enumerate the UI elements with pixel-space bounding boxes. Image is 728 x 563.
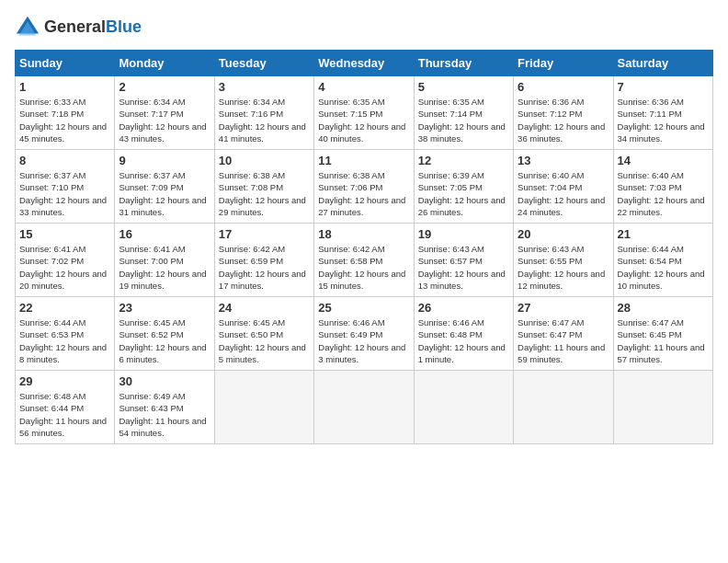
calendar-cell: 8Sunrise: 6:37 AM Sunset: 7:10 PM Daylig… [16, 150, 115, 224]
cell-content: Sunrise: 6:33 AM Sunset: 7:18 PM Dayligh… [19, 96, 110, 144]
calendar-cell: 3Sunrise: 6:34 AM Sunset: 7:16 PM Daylig… [214, 76, 313, 150]
logo: GeneralBlue [15, 15, 142, 40]
calendar-cell: 29Sunrise: 6:48 AM Sunset: 6:44 PM Dayli… [16, 371, 115, 444]
calendar-cell: 23Sunrise: 6:45 AM Sunset: 6:52 PM Dayli… [115, 297, 214, 371]
calendar-cell: 21Sunrise: 6:44 AM Sunset: 6:54 PM Dayli… [613, 224, 712, 297]
calendar-week-row: 15Sunrise: 6:41 AM Sunset: 7:02 PM Dayli… [16, 224, 713, 297]
cell-content: Sunrise: 6:43 AM Sunset: 6:57 PM Dayligh… [418, 243, 509, 292]
day-number: 23 [119, 301, 210, 315]
cell-content: Sunrise: 6:40 AM Sunset: 7:04 PM Dayligh… [518, 169, 609, 218]
day-number: 29 [19, 374, 110, 388]
day-number: 7 [618, 80, 709, 94]
calendar-cell: 17Sunrise: 6:42 AM Sunset: 6:59 PM Dayli… [214, 224, 313, 297]
day-number: 15 [19, 227, 110, 241]
day-number: 24 [219, 301, 310, 315]
page-header: GeneralBlue [15, 15, 713, 40]
day-number: 18 [318, 227, 409, 241]
day-number: 25 [318, 301, 409, 315]
calendar-week-row: 22Sunrise: 6:44 AM Sunset: 6:53 PM Dayli… [16, 297, 713, 371]
day-number: 11 [318, 154, 409, 167]
logo-text: GeneralBlue [44, 18, 142, 37]
cell-content: Sunrise: 6:36 AM Sunset: 7:11 PM Dayligh… [618, 96, 709, 144]
weekday-header-row: SundayMondayTuesdayWednesdayThursdayFrid… [16, 51, 713, 76]
day-number: 28 [618, 301, 709, 315]
cell-content: Sunrise: 6:37 AM Sunset: 7:10 PM Dayligh… [19, 169, 110, 218]
calendar-cell: 28Sunrise: 6:47 AM Sunset: 6:45 PM Dayli… [613, 297, 712, 371]
day-number: 10 [219, 154, 310, 167]
day-number: 8 [19, 154, 110, 167]
calendar-cell: 18Sunrise: 6:42 AM Sunset: 6:58 PM Dayli… [314, 224, 414, 297]
cell-content: Sunrise: 6:36 AM Sunset: 7:12 PM Dayligh… [518, 96, 609, 144]
calendar-table: SundayMondayTuesdayWednesdayThursdayFrid… [15, 50, 713, 444]
calendar-cell [314, 371, 414, 444]
calendar-cell: 14Sunrise: 6:40 AM Sunset: 7:03 PM Dayli… [613, 150, 712, 224]
day-number: 4 [318, 80, 409, 94]
day-number: 26 [418, 301, 509, 315]
calendar-cell: 19Sunrise: 6:43 AM Sunset: 6:57 PM Dayli… [414, 224, 513, 297]
calendar-cell: 12Sunrise: 6:39 AM Sunset: 7:05 PM Dayli… [414, 150, 513, 224]
day-number: 5 [418, 80, 509, 94]
day-number: 6 [518, 80, 609, 94]
calendar-cell [414, 371, 513, 444]
cell-content: Sunrise: 6:34 AM Sunset: 7:17 PM Dayligh… [119, 96, 210, 144]
cell-content: Sunrise: 6:46 AM Sunset: 6:49 PM Dayligh… [318, 316, 409, 365]
cell-content: Sunrise: 6:41 AM Sunset: 7:02 PM Dayligh… [19, 243, 110, 292]
cell-content: Sunrise: 6:38 AM Sunset: 7:08 PM Dayligh… [219, 169, 310, 218]
day-number: 2 [119, 80, 210, 94]
cell-content: Sunrise: 6:38 AM Sunset: 7:06 PM Dayligh… [318, 169, 409, 218]
cell-content: Sunrise: 6:43 AM Sunset: 6:55 PM Dayligh… [518, 243, 609, 292]
cell-content: Sunrise: 6:35 AM Sunset: 7:14 PM Dayligh… [418, 96, 509, 144]
day-number: 20 [518, 227, 609, 241]
weekday-header: Saturday [613, 51, 712, 76]
calendar-cell: 20Sunrise: 6:43 AM Sunset: 6:55 PM Dayli… [514, 224, 613, 297]
calendar-cell: 13Sunrise: 6:40 AM Sunset: 7:04 PM Dayli… [514, 150, 613, 224]
calendar-cell: 15Sunrise: 6:41 AM Sunset: 7:02 PM Dayli… [16, 224, 115, 297]
cell-content: Sunrise: 6:44 AM Sunset: 6:54 PM Dayligh… [618, 243, 709, 292]
day-number: 27 [518, 301, 609, 315]
calendar-cell: 26Sunrise: 6:46 AM Sunset: 6:48 PM Dayli… [414, 297, 513, 371]
calendar-cell: 22Sunrise: 6:44 AM Sunset: 6:53 PM Dayli… [16, 297, 115, 371]
day-number: 12 [418, 154, 509, 167]
cell-content: Sunrise: 6:40 AM Sunset: 7:03 PM Dayligh… [618, 169, 709, 218]
day-number: 14 [618, 154, 709, 167]
day-number: 9 [119, 154, 210, 167]
cell-content: Sunrise: 6:46 AM Sunset: 6:48 PM Dayligh… [418, 316, 509, 365]
cell-content: Sunrise: 6:49 AM Sunset: 6:43 PM Dayligh… [119, 390, 210, 439]
calendar-cell: 9Sunrise: 6:37 AM Sunset: 7:09 PM Daylig… [115, 150, 214, 224]
cell-content: Sunrise: 6:42 AM Sunset: 6:59 PM Dayligh… [219, 243, 310, 292]
weekday-header: Friday [514, 51, 613, 76]
calendar-cell [514, 371, 613, 444]
logo-icon [15, 15, 40, 40]
cell-content: Sunrise: 6:47 AM Sunset: 6:45 PM Dayligh… [618, 316, 709, 365]
cell-content: Sunrise: 6:41 AM Sunset: 7:00 PM Dayligh… [119, 243, 210, 292]
day-number: 22 [19, 301, 110, 315]
calendar-cell: 25Sunrise: 6:46 AM Sunset: 6:49 PM Dayli… [314, 297, 414, 371]
calendar-cell: 16Sunrise: 6:41 AM Sunset: 7:00 PM Dayli… [115, 224, 214, 297]
cell-content: Sunrise: 6:39 AM Sunset: 7:05 PM Dayligh… [418, 169, 509, 218]
calendar-cell: 27Sunrise: 6:47 AM Sunset: 6:47 PM Dayli… [514, 297, 613, 371]
cell-content: Sunrise: 6:42 AM Sunset: 6:58 PM Dayligh… [318, 243, 409, 292]
calendar-cell: 30Sunrise: 6:49 AM Sunset: 6:43 PM Dayli… [115, 371, 214, 444]
calendar-cell: 24Sunrise: 6:45 AM Sunset: 6:50 PM Dayli… [214, 297, 313, 371]
cell-content: Sunrise: 6:35 AM Sunset: 7:15 PM Dayligh… [318, 96, 409, 144]
day-number: 1 [19, 80, 110, 94]
day-number: 17 [219, 227, 310, 241]
cell-content: Sunrise: 6:34 AM Sunset: 7:16 PM Dayligh… [219, 96, 310, 144]
weekday-header: Sunday [16, 51, 115, 76]
cell-content: Sunrise: 6:48 AM Sunset: 6:44 PM Dayligh… [19, 390, 110, 439]
calendar-cell: 4Sunrise: 6:35 AM Sunset: 7:15 PM Daylig… [314, 76, 414, 150]
weekday-header: Wednesday [314, 51, 414, 76]
day-number: 16 [119, 227, 210, 241]
day-number: 3 [219, 80, 310, 94]
calendar-week-row: 8Sunrise: 6:37 AM Sunset: 7:10 PM Daylig… [16, 150, 713, 224]
calendar-week-row: 1Sunrise: 6:33 AM Sunset: 7:18 PM Daylig… [16, 76, 713, 150]
weekday-header: Thursday [414, 51, 513, 76]
day-number: 13 [518, 154, 609, 167]
calendar-cell: 7Sunrise: 6:36 AM Sunset: 7:11 PM Daylig… [613, 76, 712, 150]
calendar-cell: 2Sunrise: 6:34 AM Sunset: 7:17 PM Daylig… [115, 76, 214, 150]
cell-content: Sunrise: 6:47 AM Sunset: 6:47 PM Dayligh… [518, 316, 609, 365]
calendar-cell: 6Sunrise: 6:36 AM Sunset: 7:12 PM Daylig… [514, 76, 613, 150]
calendar-cell [214, 371, 313, 444]
day-number: 21 [618, 227, 709, 241]
day-number: 19 [418, 227, 509, 241]
